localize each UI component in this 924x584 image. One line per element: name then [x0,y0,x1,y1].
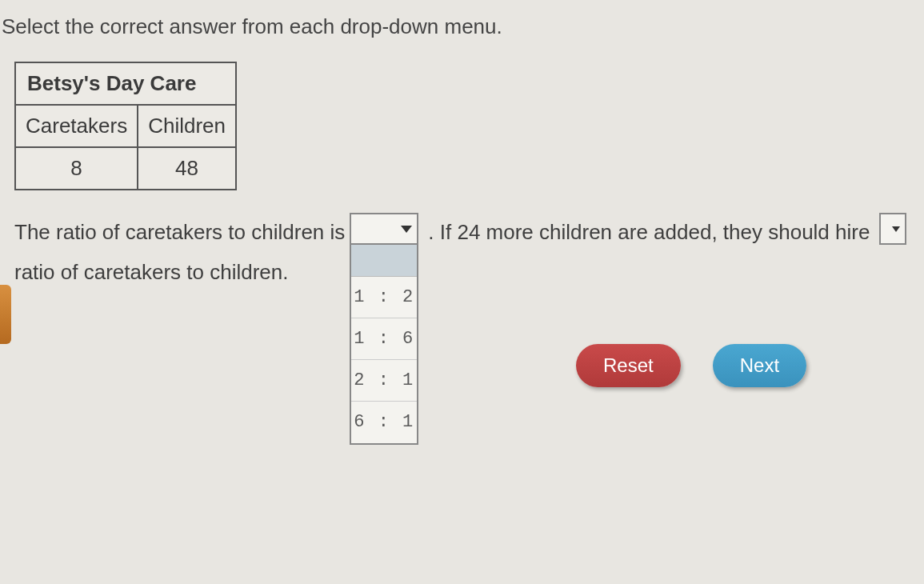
reset-button[interactable]: Reset [576,344,681,387]
ratio-option-4[interactable]: 6 : 1 [351,402,417,443]
table-title: Betsy's Day Care [15,62,236,105]
chevron-down-icon [892,226,900,232]
ratio-option-2[interactable]: 1 : 6 [351,318,417,360]
ratio-option-1[interactable]: 1 : 2 [351,277,417,318]
table-cell-caretakers: 8 [15,147,138,190]
ratio-dropdown-box[interactable] [350,213,418,245]
table-cell-children: 48 [138,147,236,190]
next-button[interactable]: Next [713,344,806,387]
table-header-caretakers: Caretakers [15,105,138,147]
sentence-part1: The ratio of caretakers to children is [14,213,345,251]
question-page: Select the correct answer from each drop… [0,0,924,584]
ratio-option-3[interactable]: 2 : 1 [351,360,417,402]
hire-dropdown-box[interactable] [879,213,906,245]
hire-dropdown[interactable] [879,213,906,245]
ratio-dropdown-list: 1 : 2 1 : 6 2 : 1 6 : 1 [350,245,418,445]
instruction-text: Select the correct answer from each drop… [2,14,924,39]
chevron-down-icon [401,226,412,233]
data-table: Betsy's Day Care Caretakers Children 8 4… [14,62,237,190]
ratio-dropdown[interactable]: 1 : 2 1 : 6 2 : 1 6 : 1 [350,213,418,245]
edge-decoration [0,285,11,344]
sentence-part2: . If 24 more children are added, they sh… [428,213,870,251]
fill-in-sentence: The ratio of caretakers to children is 1… [14,213,924,291]
sentence-part3: ratio of caretakers to children. [14,253,924,291]
table-header-children: Children [138,105,236,147]
ratio-option-blank[interactable] [351,245,417,277]
button-row: Reset Next [576,344,806,387]
